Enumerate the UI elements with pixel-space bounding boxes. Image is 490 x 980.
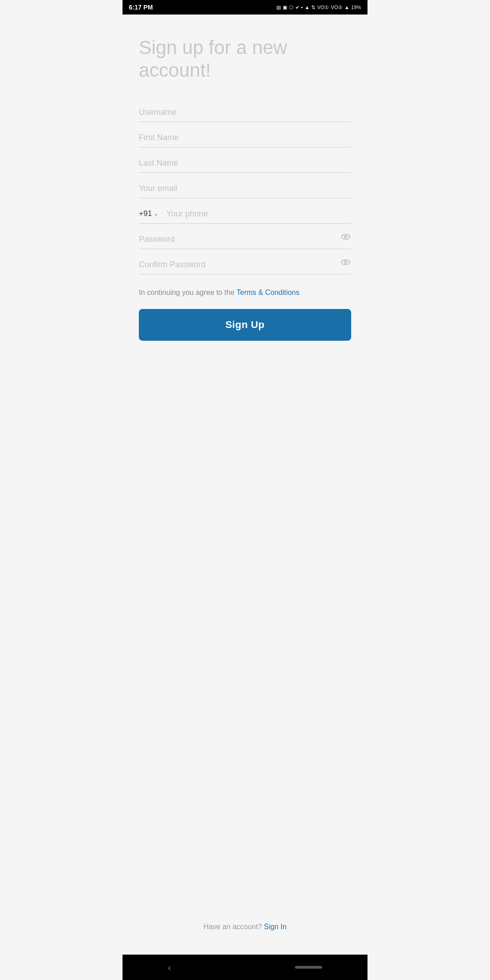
svg-point-3 — [345, 261, 347, 264]
email-input[interactable] — [139, 176, 351, 198]
chevron-down-icon: ⌄ — [154, 211, 158, 217]
message-icon: ▤ — [276, 5, 281, 10]
battery-display: 19% — [351, 5, 361, 10]
cursor-icon: ⬡ — [289, 5, 294, 10]
status-bar: 6:17 PM ▤ ▣ ⬡ ✔ • ▲ ⇅ VO① VO② ▲ 19% — [122, 0, 368, 15]
last-name-input[interactable] — [139, 151, 351, 173]
screen-icon: ▣ — [283, 5, 287, 10]
signin-link[interactable]: Sign In — [264, 923, 287, 931]
phone-input[interactable] — [163, 202, 351, 223]
password-input[interactable] — [139, 227, 351, 249]
username-field-group — [139, 100, 351, 122]
country-code-selector[interactable]: +91 ⌄ — [139, 202, 163, 223]
username-input[interactable] — [139, 100, 351, 122]
first-name-input[interactable] — [139, 126, 351, 147]
password-field-group — [139, 227, 351, 249]
signal-icon: ▲ — [304, 5, 309, 10]
home-indicator[interactable] — [295, 966, 322, 969]
time-display: 6:17 PM — [129, 4, 153, 11]
svg-point-2 — [342, 260, 350, 265]
country-code-value: +91 — [139, 209, 152, 218]
svg-point-0 — [342, 235, 350, 240]
signup-button[interactable]: Sign Up — [139, 309, 351, 341]
password-toggle-icon[interactable] — [336, 227, 351, 249]
bottom-nav-bar: ‹ — [122, 955, 368, 980]
main-content: Sign up for a new account! +91 ⌄ — [122, 15, 368, 955]
status-icons: ▤ ▣ ⬡ ✔ • ▲ ⇅ VO① VO② ▲ 19% — [276, 5, 361, 10]
email-field-group — [139, 176, 351, 198]
volte1-icon: VO① — [317, 5, 329, 10]
confirm-password-field-group — [139, 253, 351, 274]
back-button[interactable]: ‹ — [168, 962, 171, 973]
wifi-icon: ⇅ — [311, 5, 315, 10]
check-icon: ✔ — [295, 5, 299, 10]
confirm-password-input[interactable] — [139, 253, 351, 274]
svg-point-1 — [345, 236, 347, 238]
confirm-password-toggle-icon[interactable] — [336, 252, 351, 274]
page-title: Sign up for a new account! — [139, 36, 351, 82]
signin-prefix: Have an account? — [203, 923, 264, 931]
signal2-icon: ▲ — [344, 5, 349, 10]
phone-field-group: +91 ⌄ — [139, 202, 351, 224]
volte2-icon: VO② — [331, 5, 343, 10]
terms-text: In continuing you agree to the Terms & C… — [139, 287, 351, 298]
terms-link[interactable]: Terms & Conditions — [236, 289, 299, 296]
signin-row: Have an account? Sign In — [139, 923, 351, 940]
last-name-field-group — [139, 151, 351, 173]
dot-icon: • — [301, 5, 303, 10]
first-name-field-group — [139, 126, 351, 147]
